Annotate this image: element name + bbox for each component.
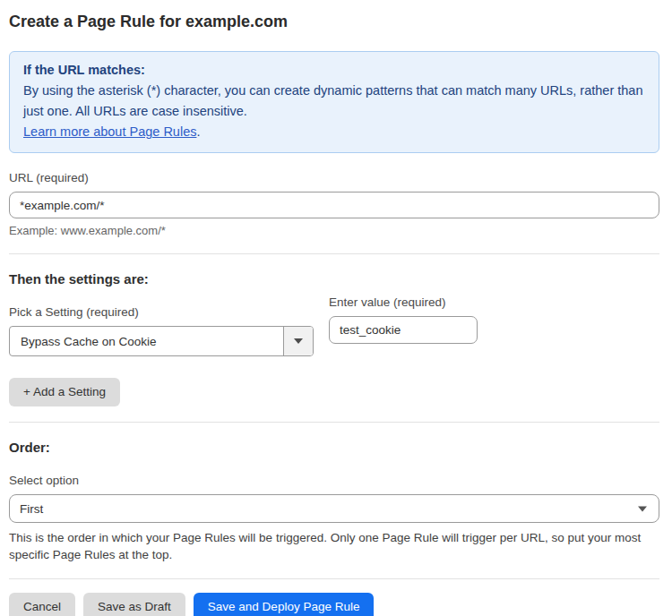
order-select[interactable]: First — [9, 494, 659, 523]
learn-more-link[interactable]: Learn more about Page Rules — [23, 124, 196, 139]
settings-section-heading: Then the settings are: — [9, 271, 659, 287]
save-as-draft-button[interactable]: Save as Draft — [83, 593, 185, 616]
add-setting-button[interactable]: + Add a Setting — [9, 378, 120, 406]
create-page-rule-form: Create a Page Rule for example.com If th… — [0, 0, 672, 616]
setting-value-label: Enter value (required) — [329, 295, 478, 310]
info-box-body: By using the asterisk (*) character, you… — [23, 81, 645, 122]
order-selected-option: First — [20, 502, 43, 516]
save-and-deploy-button[interactable]: Save and Deploy Page Rule — [194, 593, 375, 616]
info-box-heading: If the URL matches: — [23, 60, 645, 81]
chevron-down-icon — [638, 506, 647, 511]
cancel-button[interactable]: Cancel — [9, 593, 75, 616]
url-input[interactable] — [9, 192, 659, 218]
settings-row: Pick a Setting (required) Bypass Cache o… — [9, 287, 659, 356]
setting-picker-label: Pick a Setting (required) — [9, 305, 314, 320]
chevron-down-icon — [294, 338, 303, 344]
setting-picker-dropdown[interactable]: Bypass Cache on Cookie — [9, 326, 314, 356]
divider — [9, 422, 659, 423]
footer-actions: Cancel Save as Draft Save and Deploy Pag… — [9, 593, 659, 616]
url-field-label: URL (required) — [9, 171, 659, 185]
info-box-link-line: Learn more about Page Rules. — [23, 122, 645, 142]
page-title: Create a Page Rule for example.com — [9, 11, 659, 32]
order-select-label: Select option — [9, 474, 659, 488]
order-section-heading: Order: — [9, 440, 659, 456]
setting-value-column: Enter value (required) — [329, 295, 478, 356]
url-example-helper: Example: www.example.com/* — [9, 224, 659, 238]
order-help-text: This is the order in which your Page Rul… — [9, 529, 659, 563]
divider — [9, 578, 659, 579]
setting-picker-selected-value: Bypass Cache on Cookie — [10, 327, 283, 355]
link-suffix: . — [196, 124, 200, 139]
setting-value-input[interactable] — [329, 316, 478, 344]
divider — [9, 253, 659, 254]
url-matches-info-box: If the URL matches: By using the asteris… — [9, 51, 659, 153]
setting-picker-column: Pick a Setting (required) Bypass Cache o… — [9, 287, 314, 356]
setting-picker-arrow-button[interactable] — [283, 327, 313, 355]
